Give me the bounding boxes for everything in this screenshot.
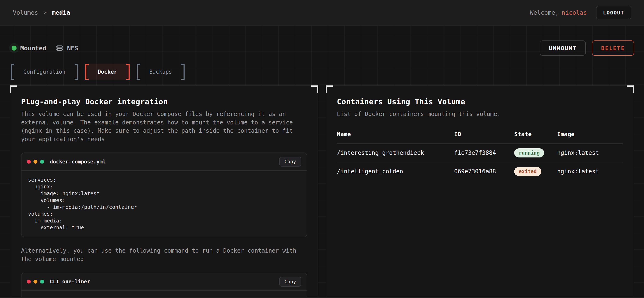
volume-status-group: Mounted NFS	[10, 44, 78, 52]
filesystem-type: NFS	[56, 44, 78, 52]
mounted-status-dot-icon	[12, 46, 16, 51]
main-content: Mounted NFS UNMOUNT DELETE	[0, 26, 644, 298]
bracket-left-icon	[11, 64, 14, 80]
cli-copy-button[interactable]: Copy	[279, 277, 301, 287]
window-dot-amber-icon	[34, 160, 38, 164]
compose-code-content: services: nginx: image: nginx:latest vol…	[22, 171, 307, 237]
cli-code-block: CLI one-liner Copy docker run -v im-medi…	[21, 273, 307, 298]
window-dot-red-icon	[27, 280, 31, 284]
panels-row: Plug-and-play Docker integration This vo…	[10, 85, 634, 298]
containers-table: Name ID State Image /interesting_grothen…	[337, 131, 623, 181]
table-row: /intelligent_colden 069e73016a88 exited …	[337, 162, 623, 181]
bracket-right-icon	[181, 64, 184, 80]
compose-code-header: docker-compose.yml Copy	[22, 153, 307, 171]
containers-panel-subtitle: List of Docker containers mounting this …	[337, 110, 623, 119]
logout-button[interactable]: LOGOUT	[596, 6, 631, 19]
bracket-left-icon	[85, 64, 89, 80]
volume-actions: UNMOUNT DELETE	[540, 40, 634, 56]
cli-code-header: CLI one-liner Copy	[22, 273, 307, 291]
compose-copy-button[interactable]: Copy	[279, 157, 301, 166]
column-header-image: Image	[557, 131, 623, 144]
server-icon	[56, 44, 63, 52]
window-dot-amber-icon	[34, 280, 38, 284]
breadcrumb-volumes-link[interactable]: Volumes	[13, 9, 38, 16]
bracket-right-icon	[74, 64, 78, 80]
topbar: Volumes > media Welcome,nicolas LOGOUT	[0, 0, 644, 26]
window-dot-green-icon	[40, 160, 44, 164]
welcome-prefix: Welcome,	[530, 9, 559, 16]
window-dot-red-icon	[27, 160, 31, 164]
window-traffic-lights-icon	[27, 280, 44, 284]
tab-configuration-label: Configuration	[14, 64, 74, 80]
tab-backups[interactable]: Backups	[136, 64, 184, 80]
cli-intro-text: Alternatively, you can use the following…	[21, 247, 307, 263]
docker-panel-title: Plug-and-play Docker integration	[21, 97, 307, 106]
chevron-right-icon: >	[44, 9, 47, 16]
mount-status: Mounted	[12, 45, 46, 52]
window-traffic-lights-icon	[27, 160, 44, 164]
breadcrumb: Volumes > media	[13, 9, 70, 16]
container-name: /intelligent_colden	[337, 162, 454, 181]
tab-bar: Configuration Docker Backups	[10, 64, 634, 80]
filesystem-type-label: NFS	[67, 45, 78, 52]
tab-backups-label: Backups	[140, 64, 181, 80]
topbar-right: Welcome,nicolas LOGOUT	[530, 6, 631, 19]
container-image: nginx:latest	[557, 162, 623, 181]
cli-title: CLI one-liner	[50, 279, 90, 285]
container-id: f1e73e7f3884	[454, 144, 514, 162]
corner-bracket-icon	[627, 85, 634, 93]
column-header-state: State	[514, 131, 557, 144]
mount-status-label: Mounted	[20, 45, 46, 52]
docker-integration-panel: Plug-and-play Docker integration This vo…	[10, 85, 318, 298]
window-dot-green-icon	[40, 280, 44, 284]
tab-docker[interactable]: Docker	[85, 64, 130, 80]
container-state: exited	[514, 162, 557, 181]
username: nicolas	[562, 9, 587, 16]
container-state: running	[514, 144, 557, 162]
corner-bracket-icon	[10, 85, 17, 93]
corner-bracket-icon	[326, 85, 333, 93]
containers-panel-title: Containers Using This Volume	[337, 97, 623, 106]
bracket-right-icon	[126, 64, 130, 80]
status-badge: running	[514, 149, 544, 157]
compose-code-block: docker-compose.yml Copy services: nginx:…	[21, 152, 307, 237]
status-badge: exited	[514, 167, 541, 176]
compose-filename: docker-compose.yml	[50, 159, 106, 165]
table-row: /interesting_grothendieck f1e73e7f3884 r…	[337, 144, 623, 162]
tab-docker-label: Docker	[89, 64, 126, 80]
breadcrumb-current-page: media	[52, 9, 70, 16]
column-header-name: Name	[337, 131, 454, 144]
containers-table-header-row: Name ID State Image	[337, 131, 623, 144]
container-id: 069e73016a88	[454, 162, 514, 181]
delete-button[interactable]: DELETE	[592, 40, 634, 56]
corner-bracket-icon	[311, 85, 318, 93]
welcome-text: Welcome,nicolas	[530, 9, 587, 16]
status-row: Mounted NFS UNMOUNT DELETE	[10, 26, 634, 56]
bracket-left-icon	[136, 64, 140, 80]
tab-configuration[interactable]: Configuration	[11, 64, 78, 80]
column-header-id: ID	[454, 131, 514, 144]
containers-panel: Containers Using This Volume List of Doc…	[326, 85, 634, 298]
container-name: /interesting_grothendieck	[337, 144, 454, 162]
container-image: nginx:latest	[557, 144, 623, 162]
unmount-button[interactable]: UNMOUNT	[540, 40, 586, 56]
docker-panel-description: This volume can be used in your Docker C…	[21, 110, 307, 144]
footer-strip	[0, 297, 644, 298]
